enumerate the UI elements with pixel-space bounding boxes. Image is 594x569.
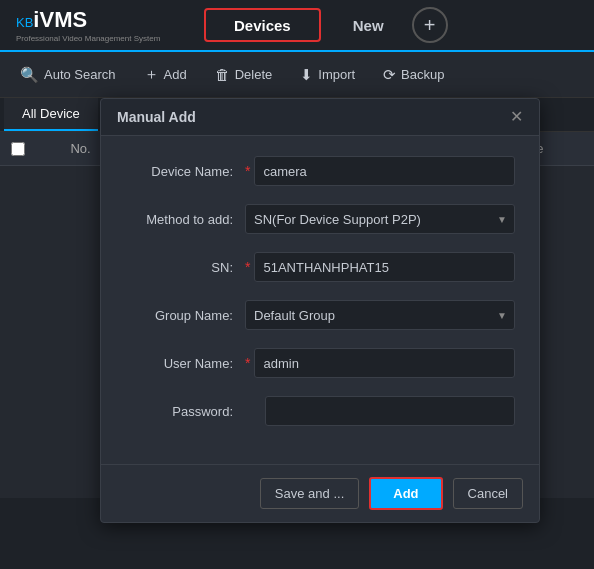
delete-icon: 🗑 [215, 66, 230, 83]
cancel-button[interactable]: Cancel [453, 478, 523, 509]
group-select-wrapper: Default Group Group 1 Group 2 ▼ [245, 300, 515, 330]
username-label: User Name: [125, 356, 245, 371]
group-label: Group Name: [125, 308, 245, 323]
title-bar: KBiVMS Professional Video Management Sys… [0, 0, 594, 52]
sn-required: * [245, 259, 250, 275]
nav-add-button[interactable]: + [412, 7, 448, 43]
modal-close-button[interactable]: ✕ [510, 109, 523, 125]
toolbar: 🔍 Auto Search ＋ Add 🗑 Delete ⬇ Import ⟳ … [0, 52, 594, 98]
add-confirm-button[interactable]: Add [369, 477, 442, 510]
modal-header: Manual Add ✕ [101, 99, 539, 136]
sn-row: SN: * [125, 252, 515, 282]
method-select[interactable]: SN(For Device Support P2P) IP/Domain IP … [245, 204, 515, 234]
password-label: Password: [125, 404, 245, 419]
logo-ivms: iVMS [33, 7, 87, 32]
method-row: Method to add: SN(For Device Support P2P… [125, 204, 515, 234]
add-button[interactable]: ＋ Add [132, 59, 199, 90]
logo-area: KBiVMS Professional Video Management Sys… [0, 7, 200, 43]
nav-tab-devices[interactable]: Devices [204, 8, 321, 42]
auto-search-button[interactable]: 🔍 Auto Search [8, 60, 128, 90]
device-name-input[interactable] [254, 156, 515, 186]
modal-title: Manual Add [117, 109, 196, 125]
nav-tabs: Devices New + [200, 0, 594, 50]
search-icon: 🔍 [20, 66, 39, 84]
delete-button[interactable]: 🗑 Delete [203, 60, 285, 89]
add-icon: ＋ [144, 65, 159, 84]
backup-icon: ⟳ [383, 66, 396, 84]
username-required: * [245, 355, 250, 371]
device-name-required: * [245, 163, 250, 179]
logo-subtitle: Professional Video Management System [16, 35, 160, 43]
modal-footer: Save and ... Add Cancel [101, 464, 539, 522]
import-button[interactable]: ⬇ Import [288, 60, 367, 90]
tab-all-device[interactable]: All Device [4, 98, 98, 131]
password-row: Password: [125, 396, 515, 426]
sn-input[interactable] [254, 252, 515, 282]
group-row: Group Name: Default Group Group 1 Group … [125, 300, 515, 330]
device-name-row: Device Name: * [125, 156, 515, 186]
nav-tab-new[interactable]: New [325, 0, 412, 50]
username-row: User Name: * [125, 348, 515, 378]
group-select[interactable]: Default Group Group 1 Group 2 [245, 300, 515, 330]
method-select-wrapper: SN(For Device Support P2P) IP/Domain IP … [245, 204, 515, 234]
modal-body: Device Name: * Method to add: SN(For Dev… [101, 136, 539, 464]
manual-add-modal: Manual Add ✕ Device Name: * Method to ad… [100, 98, 540, 523]
method-label: Method to add: [125, 212, 245, 227]
password-input[interactable] [265, 396, 515, 426]
col-check-header [0, 142, 36, 156]
backup-button[interactable]: ⟳ Backup [371, 60, 456, 90]
logo: KBiVMS Professional Video Management Sys… [16, 7, 160, 43]
device-name-label: Device Name: [125, 164, 245, 179]
select-all-checkbox[interactable] [11, 142, 25, 156]
logo-text: KBiVMS [16, 7, 160, 33]
username-input[interactable] [254, 348, 515, 378]
save-and-button[interactable]: Save and ... [260, 478, 359, 509]
import-icon: ⬇ [300, 66, 313, 84]
sn-label: SN: [125, 260, 245, 275]
logo-kb: KB [16, 15, 33, 30]
